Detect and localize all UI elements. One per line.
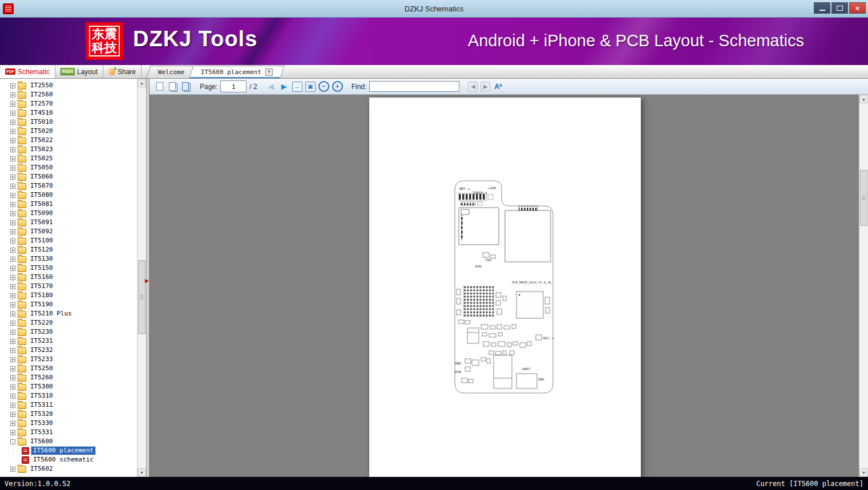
expand-toggle-icon[interactable] — [10, 412, 15, 417]
previous-page-icon[interactable]: ◀ — [266, 82, 276, 92]
expand-toggle-icon[interactable] — [10, 311, 15, 317]
tree-item[interactable]: IT5070 — [0, 181, 137, 191]
tree-item[interactable]: IT5120 — [0, 245, 137, 254]
tab-schematic[interactable]: PDF Schematic — [0, 65, 55, 78]
tree-item[interactable]: IT5230 — [0, 327, 137, 337]
tree-item[interactable]: IT5600 placement — [0, 446, 137, 455]
expand-toggle-icon[interactable] — [10, 357, 15, 362]
tree-item[interactable]: IT5091 — [0, 218, 137, 227]
single-page-icon[interactable] — [155, 82, 165, 92]
pdf-viewer[interactable]: MOT + TORCH + +SPK — [150, 95, 868, 477]
doc-tab-it5600-placement[interactable]: IT5600 placement × — [189, 66, 285, 78]
scroll-up-icon[interactable]: ▲ — [138, 79, 146, 87]
tree-item[interactable]: IT5080 — [0, 191, 137, 200]
find-previous-icon[interactable]: ◀ — [468, 82, 478, 91]
tree-item[interactable]: IT5170 — [0, 282, 137, 291]
tree-item[interactable]: IT5210 Plus — [0, 309, 137, 318]
fit-page-icon[interactable]: ▣ — [305, 82, 316, 92]
tab-share[interactable]: Share — [103, 65, 142, 78]
scroll-down-icon[interactable]: ▼ — [859, 468, 868, 477]
viewer-scrollbar-thumb[interactable] — [860, 170, 867, 226]
expand-toggle-icon[interactable] — [10, 257, 15, 262]
expand-toggle-icon[interactable] — [10, 229, 15, 234]
fit-width-icon[interactable]: ↔ — [292, 82, 302, 92]
tree-item[interactable]: IT5310 — [0, 391, 137, 400]
tree-item[interactable]: IT5081 — [0, 200, 137, 209]
expand-toggle-icon[interactable] — [10, 102, 15, 107]
tab-layout[interactable]: PADS Layout — [55, 65, 103, 78]
sidebar-collapse-icon[interactable]: ▶ — [145, 278, 149, 284]
sidebar-scrollbar-thumb[interactable] — [138, 260, 146, 334]
tree-item[interactable]: IT5022 — [0, 136, 137, 145]
expand-toggle-icon[interactable] — [10, 165, 15, 171]
minimize-button[interactable] — [814, 2, 830, 14]
expand-toggle-icon[interactable] — [10, 284, 15, 289]
expand-toggle-icon[interactable] — [10, 421, 15, 426]
expand-toggle-icon[interactable] — [10, 248, 15, 253]
next-page-icon[interactable]: ▶ — [279, 82, 289, 92]
tree-item[interactable]: IT5023 — [0, 145, 137, 154]
expand-toggle-icon[interactable] — [10, 366, 15, 371]
tree-item[interactable]: IT5300 — [0, 382, 137, 391]
tree-item[interactable]: IT5010 — [0, 118, 137, 127]
expand-toggle-icon[interactable] — [10, 403, 15, 408]
tree-item[interactable]: IT5600 — [0, 437, 137, 446]
tree-item[interactable]: IT5090 — [0, 209, 137, 218]
expand-toggle-icon[interactable] — [10, 238, 15, 244]
maximize-button[interactable] — [831, 2, 848, 14]
expand-toggle-icon[interactable] — [10, 439, 15, 444]
close-button[interactable]: × — [849, 2, 866, 14]
tree-item[interactable]: IT5180 — [0, 291, 137, 300]
expand-toggle-icon[interactable] — [10, 375, 15, 380]
expand-toggle-icon[interactable] — [10, 111, 15, 116]
expand-toggle-icon[interactable] — [10, 348, 15, 353]
tree-item[interactable]: IT5220 — [0, 318, 137, 327]
match-case-icon[interactable]: Aª — [493, 82, 503, 92]
tree-item[interactable]: IT5060 — [0, 172, 137, 181]
expand-toggle-icon[interactable] — [10, 430, 15, 435]
tree-item[interactable]: IT5330 — [0, 419, 137, 428]
viewer-scrollbar[interactable]: ▲ ▼ — [859, 95, 868, 477]
scroll-up-icon[interactable]: ▲ — [859, 95, 868, 103]
tree-item[interactable]: IT5250 — [0, 364, 137, 373]
expand-toggle-icon[interactable] — [10, 293, 15, 298]
expand-toggle-icon[interactable] — [10, 156, 15, 161]
tree-item[interactable]: IT5190 — [0, 300, 137, 309]
expand-toggle-icon[interactable] — [10, 175, 15, 180]
close-tab-icon[interactable]: × — [265, 68, 273, 76]
tree-item[interactable]: IT4510 — [0, 108, 137, 118]
tree-item[interactable]: IT5100 — [0, 236, 137, 245]
expand-toggle-icon[interactable] — [10, 92, 15, 98]
tree-item[interactable]: IT5231 — [0, 337, 137, 346]
page-number-input[interactable] — [220, 80, 247, 92]
scroll-down-icon[interactable]: ▼ — [138, 468, 146, 477]
tree-item[interactable]: IT5233 — [0, 355, 137, 364]
tree-item[interactable]: IT5050 — [0, 163, 137, 172]
tree-item[interactable]: IT5092 — [0, 227, 137, 236]
tree-item[interactable]: IT2550 — [0, 81, 137, 90]
expand-toggle-icon[interactable] — [10, 202, 15, 207]
tree-item[interactable]: IT5160 — [0, 273, 137, 282]
expand-toggle-icon[interactable] — [10, 302, 15, 307]
doc-tab-welcome[interactable]: Welcome — [146, 66, 196, 78]
tree-item[interactable]: IT2570 — [0, 99, 137, 108]
expand-toggle-icon[interactable] — [10, 467, 15, 472]
expand-toggle-icon[interactable] — [10, 384, 15, 390]
expand-toggle-icon[interactable] — [10, 266, 15, 271]
expand-toggle-icon[interactable] — [10, 184, 15, 189]
tree-item[interactable]: IT5020 — [0, 127, 137, 136]
expand-toggle-icon[interactable] — [10, 330, 15, 335]
zoom-out-icon[interactable]: − — [318, 81, 329, 92]
facing-pages-icon[interactable] — [168, 82, 178, 92]
tree-item[interactable]: IT5600 schematic — [0, 455, 137, 464]
expand-toggle-icon[interactable] — [10, 138, 15, 143]
tree-item[interactable]: IT5331 — [0, 428, 137, 437]
expand-toggle-icon[interactable] — [10, 211, 15, 216]
expand-toggle-icon[interactable] — [10, 147, 15, 152]
expand-toggle-icon[interactable] — [10, 394, 15, 399]
tree-item[interactable]: IT5232 — [0, 346, 137, 355]
tree-item[interactable]: IT5311 — [0, 400, 137, 410]
find-input[interactable] — [369, 81, 459, 92]
tree-item[interactable]: IT5260 — [0, 373, 137, 382]
tree-item[interactable]: IT5150 — [0, 264, 137, 273]
